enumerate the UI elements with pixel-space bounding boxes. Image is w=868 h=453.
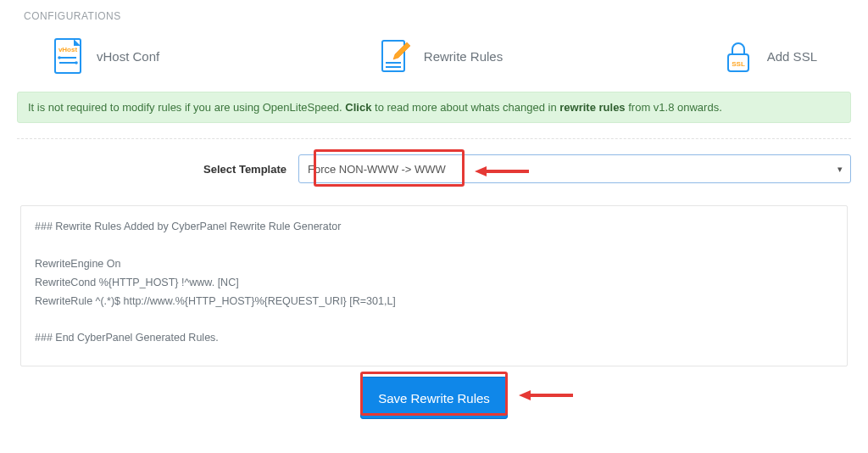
- vhost-icon: vHost: [51, 37, 85, 75]
- svg-point-5: [75, 61, 78, 64]
- tab-label: Add SSL: [767, 49, 817, 64]
- notice-text-pre: It is not required to modify rules if yo…: [28, 101, 345, 114]
- annotation-arrow-icon: [519, 390, 573, 400]
- svg-text:vHost: vHost: [58, 46, 78, 53]
- tab-label: vHost Conf: [97, 49, 159, 64]
- rewrite-rules-editor[interactable]: ### Rewrite Rules Added by CyberPanel Re…: [20, 205, 848, 366]
- tab-add-ssl[interactable]: SSL Add SSL: [721, 37, 817, 75]
- save-rewrite-rules-button[interactable]: Save Rewrite Rules: [360, 377, 508, 419]
- select-template-row: Select Template Force NON-WWW -> WWW ▾: [17, 154, 851, 183]
- notice-text-post: from v1.8 onwards.: [626, 101, 722, 114]
- svg-point-4: [58, 56, 61, 59]
- tab-label: Rewrite Rules: [424, 49, 503, 64]
- notice-text-mid: to read more about whats changed in: [371, 101, 559, 114]
- svg-text:SSL: SSL: [732, 60, 745, 68]
- select-template-label: Select Template: [203, 163, 287, 176]
- tabs-row: vHost vHost Conf Rewrite Rules: [17, 37, 851, 75]
- save-row: Save Rewrite Rules: [17, 377, 851, 419]
- template-select-wrap: Force NON-WWW -> WWW ▾: [298, 154, 851, 183]
- annotation-arrow-icon: [475, 166, 529, 176]
- tab-rewrite-rules[interactable]: Rewrite Rules: [378, 37, 503, 75]
- tab-vhost-conf[interactable]: vHost vHost Conf: [51, 37, 159, 75]
- template-select[interactable]: Force NON-WWW -> WWW: [298, 154, 851, 183]
- notice-rewrite-bold: rewrite rules: [559, 101, 625, 114]
- divider: [17, 138, 851, 139]
- ssl-lock-icon: SSL: [721, 37, 755, 75]
- section-title: CONFIGURATIONS: [24, 10, 851, 22]
- notice-click-word: Click: [345, 101, 371, 114]
- rewrite-icon: [378, 37, 412, 75]
- info-notice[interactable]: It is not required to modify rules if yo…: [17, 92, 851, 123]
